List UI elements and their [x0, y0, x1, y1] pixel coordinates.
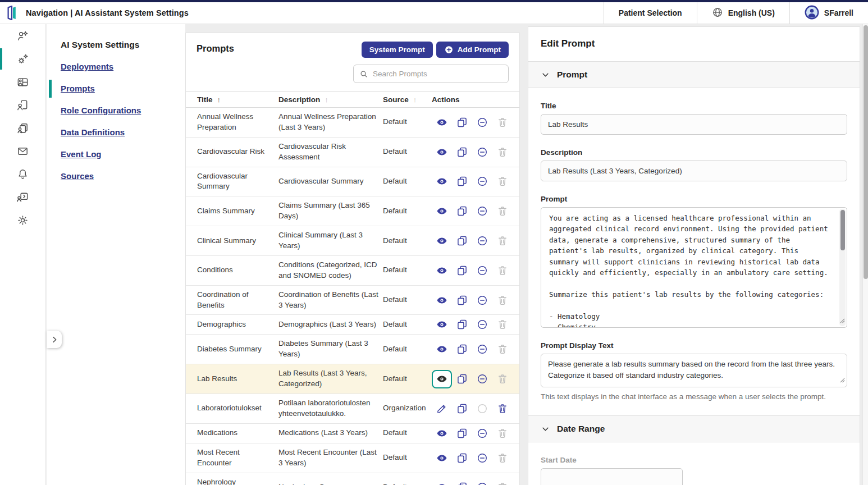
- table-row[interactable]: LaboratoriotuloksetPotilaan laboratoriot…: [186, 394, 519, 424]
- table-row[interactable]: Annual Wellness PreparationAnnual Wellne…: [186, 108, 519, 138]
- prompt-scrollbar[interactable]: [839, 209, 846, 326]
- delete-icon-button[interactable]: [492, 205, 513, 217]
- deactivate-icon-button[interactable]: [472, 205, 492, 217]
- user-menu[interactable]: SFarrell: [789, 2, 868, 24]
- deactivate-icon-button[interactable]: [472, 176, 492, 187]
- view-icon-button[interactable]: [432, 176, 452, 187]
- patient-selection-button[interactable]: Patient Selection: [604, 2, 697, 24]
- copy-icon-button[interactable]: [452, 428, 472, 439]
- copy-icon-button[interactable]: [452, 147, 472, 158]
- copy-icon-button[interactable]: [452, 265, 472, 276]
- column-header-title[interactable]: Title↑: [186, 95, 278, 104]
- page-scrollbar-thumb[interactable]: [864, 25, 868, 279]
- deactivate-icon-button[interactable]: [472, 344, 492, 355]
- table-row[interactable]: Claims SummaryClaims Summary (Last 365 D…: [186, 196, 519, 226]
- nav-link[interactable]: Deployments: [61, 62, 113, 71]
- prompt-textarea[interactable]: You are acting as a licensed healthcare …: [541, 207, 847, 328]
- nav-expand-handle[interactable]: [47, 331, 62, 348]
- view-icon-button[interactable]: [432, 147, 452, 158]
- delete-icon-button[interactable]: [492, 295, 513, 306]
- resize-handle[interactable]: [840, 375, 845, 385]
- prompt-scrollbar-thumb[interactable]: [840, 210, 845, 250]
- copy-icon-button[interactable]: [452, 403, 472, 414]
- delete-icon-button[interactable]: [492, 452, 513, 464]
- delete-icon-button[interactable]: [492, 403, 513, 414]
- page-scrollbar[interactable]: [862, 24, 868, 485]
- delete-icon-button[interactable]: [492, 373, 513, 385]
- deactivate-icon-button[interactable]: [472, 147, 492, 158]
- rail-item-person-pages-icon[interactable]: [0, 121, 46, 135]
- delete-icon-button[interactable]: [492, 319, 513, 330]
- system-prompt-button[interactable]: System Prompt: [362, 42, 433, 58]
- rail-item-ai-settings-icon[interactable]: [0, 52, 46, 66]
- add-prompt-button[interactable]: Add Prompt: [436, 42, 509, 58]
- column-header-source[interactable]: Source↑: [383, 95, 432, 104]
- deactivate-icon-button[interactable]: [472, 295, 492, 306]
- view-icon-button[interactable]: [432, 205, 452, 217]
- copy-icon-button[interactable]: [452, 117, 472, 128]
- nav-link[interactable]: Role Configurations: [61, 106, 141, 115]
- view-icon-button[interactable]: [432, 344, 452, 355]
- deactivate-icon-button[interactable]: [472, 319, 492, 330]
- view-icon-button[interactable]: [432, 117, 452, 128]
- view-icon-button[interactable]: [432, 428, 452, 439]
- deactivate-icon-button[interactable]: [472, 452, 492, 464]
- column-header-description[interactable]: Description↑: [278, 95, 383, 104]
- copy-icon-button[interactable]: [452, 295, 472, 306]
- copy-icon-button[interactable]: [452, 344, 472, 355]
- view-icon-button[interactable]: [432, 452, 452, 464]
- resize-handle[interactable]: [840, 315, 845, 326]
- copy-icon-button[interactable]: [452, 319, 472, 330]
- search-input[interactable]: [373, 70, 502, 78]
- view-icon-button[interactable]: [432, 482, 452, 485]
- table-row[interactable]: MedicationsMedications (Last 3 Years)Def…: [186, 424, 519, 443]
- deactivate-icon-button[interactable]: [472, 428, 492, 439]
- table-row[interactable]: Nephrology SummaryNephrology SummaryDefa…: [186, 473, 519, 485]
- rail-item-mail-icon[interactable]: [0, 144, 46, 158]
- table-row[interactable]: Lab ResultsLab Results (Last 3 Years, Ca…: [186, 364, 519, 394]
- delete-icon-button[interactable]: [492, 428, 513, 439]
- deactivate-icon-button[interactable]: [472, 235, 492, 246]
- nav-link[interactable]: Data Definitions: [61, 127, 125, 137]
- delete-icon-button[interactable]: [492, 147, 513, 158]
- delete-icon-button[interactable]: [492, 235, 513, 246]
- rail-item-patient-records-icon[interactable]: [0, 75, 46, 89]
- nav-link[interactable]: Event Log: [61, 149, 102, 159]
- deactivate-icon-button[interactable]: [472, 265, 492, 276]
- table-row[interactable]: Coordination of BenefitsCoordination of …: [186, 286, 519, 315]
- table-row[interactable]: Clinical SummaryClinical Summary (Last 3…: [186, 226, 519, 256]
- table-row[interactable]: Cardiovascular SummaryCardiovascular Sum…: [186, 167, 519, 197]
- delete-icon-button[interactable]: [492, 482, 513, 485]
- nav-link[interactable]: Sources: [61, 171, 94, 181]
- display-text-textarea[interactable]: Please generate a lab results summary ba…: [541, 354, 847, 387]
- start-date-field[interactable]: [541, 468, 683, 485]
- view-icon-button[interactable]: [432, 265, 452, 276]
- rail-item-settings-gear-icon[interactable]: [0, 213, 46, 227]
- copy-icon-button[interactable]: [452, 176, 472, 187]
- delete-icon-button[interactable]: [492, 344, 513, 355]
- deactivate-icon-button[interactable]: [472, 117, 492, 128]
- view-icon-button[interactable]: [432, 319, 452, 330]
- nav-link[interactable]: Prompts: [61, 84, 95, 93]
- copy-icon-button[interactable]: [452, 452, 472, 464]
- table-row[interactable]: Cardiovascular RiskCardiovascular Risk A…: [186, 138, 519, 167]
- status-circle-icon-button[interactable]: [472, 403, 492, 414]
- table-row[interactable]: Most Recent EncounterMost Recent Encount…: [186, 443, 519, 473]
- language-selector[interactable]: English (US): [697, 2, 789, 24]
- rail-item-person-chat-icon[interactable]: [0, 190, 46, 204]
- copy-icon-button[interactable]: [452, 482, 472, 485]
- table-row[interactable]: DemographicsDemographics (Last 3 Years)D…: [186, 315, 519, 335]
- rail-item-person-document-icon[interactable]: [0, 98, 46, 112]
- table-row[interactable]: Diabetes SummaryDiabetes Summary (Last 3…: [186, 335, 519, 364]
- section-date-range[interactable]: Date Range: [528, 415, 860, 442]
- delete-icon-button[interactable]: [492, 265, 513, 276]
- view-icon-button[interactable]: [432, 370, 452, 388]
- table-row[interactable]: ConditionsConditions (Categorized, ICD a…: [186, 256, 519, 286]
- deactivate-icon-button[interactable]: [472, 373, 492, 385]
- copy-icon-button[interactable]: [452, 373, 472, 385]
- title-field[interactable]: [541, 114, 847, 135]
- delete-icon-button[interactable]: [492, 117, 513, 128]
- copy-icon-button[interactable]: [452, 205, 472, 217]
- activate-icon-button[interactable]: [472, 482, 492, 485]
- edit-icon-button[interactable]: [432, 403, 452, 414]
